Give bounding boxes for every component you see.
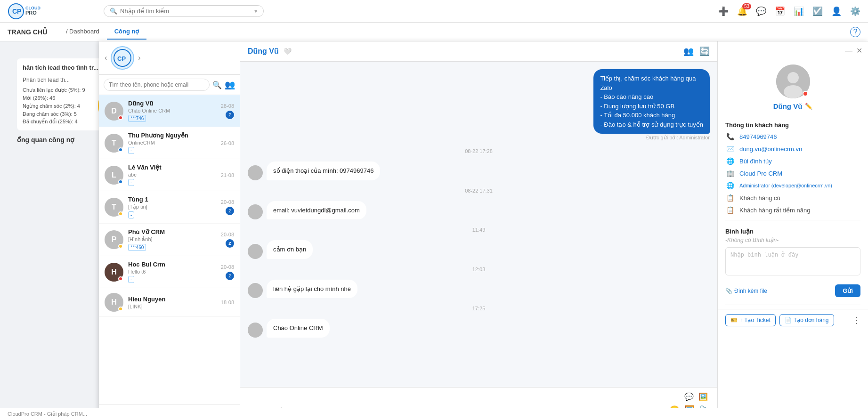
list-item[interactable]: T Thu Phương Nguyễn OnlineCRM - 26-08 — [99, 127, 240, 159]
search-input[interactable] — [120, 8, 254, 15]
status-dot — [118, 147, 123, 152]
msg-avatar — [248, 165, 263, 180]
checklist-icon[interactable]: ☑️ — [812, 6, 823, 16]
contact-tag: - — [128, 179, 134, 186]
msg-row: cảm ơn bạn — [248, 240, 710, 259]
contact-search-btn[interactable]: 🔍 — [212, 81, 222, 89]
group-btn[interactable]: 👥 — [225, 80, 235, 90]
contact-msg: Chào Online CRM — [128, 108, 216, 113]
msg-bubble-left: số điện thoại của mình: 0974969746 — [267, 162, 380, 180]
bottom-actions: 🎫 + Tạo Ticket 📄 Tạo đơn hàng ⋮ — [718, 309, 868, 331]
attach-icon: 📎 — [725, 288, 732, 294]
notification-icon[interactable]: 🔔 53 — [737, 6, 747, 16]
chat-action-icon-2[interactable]: 🖼️ — [698, 392, 708, 401]
contact-time: 20-08 — [221, 264, 234, 270]
contact-name: Hoc Bui Crm — [128, 261, 216, 268]
prev-btn[interactable]: ‹ — [105, 54, 107, 62]
tab-dashboard[interactable]: / Dashboard — [58, 24, 107, 40]
send-btn[interactable]: Gửi — [835, 284, 860, 297]
create-order-btn[interactable]: 📄 Tạo đơn hàng — [779, 314, 834, 326]
contact-time: 28-08 — [221, 103, 234, 109]
type2-value: Khách hàng rất tiềm năng — [739, 207, 810, 214]
create-ticket-btn[interactable]: 🎫 + Tạo Ticket — [725, 314, 776, 326]
divider — [725, 220, 860, 220]
next-btn[interactable]: › — [138, 54, 140, 62]
status-dot — [118, 115, 123, 120]
list-item[interactable]: P Phú Vỡ CRM [Hình ảnh] ***460 20-08 Z — [99, 224, 240, 256]
help-icon[interactable]: ? — [850, 27, 860, 37]
contact-tag: - — [128, 276, 134, 283]
msg-avatar — [248, 204, 263, 219]
attach-btn[interactable]: 📎 Đính kèm file — [725, 288, 767, 294]
list-item[interactable]: L Lê Văn Việt abc - 21-08 — [99, 159, 240, 191]
search-icon: 🔍 — [110, 8, 117, 15]
user-icon[interactable]: 👤 — [831, 6, 842, 16]
chat-icon[interactable]: 💬 — [756, 6, 766, 16]
msg-time: 08-22 17:31 — [248, 188, 710, 194]
footer: CloudPro CRM - Giải pháp CRM... — [0, 408, 868, 420]
avatar-wrap: H — [105, 263, 123, 282]
contact-time: 18-08 — [221, 299, 234, 305]
minimize-btn[interactable]: — — [845, 46, 852, 55]
contact-msg: OnlineCRM — [128, 140, 216, 145]
status-dot — [118, 307, 123, 311]
order-label: Tạo đơn hàng — [794, 317, 829, 323]
msg-time: 08-22 17:28 — [248, 148, 710, 154]
refresh-icon[interactable]: 🔄 — [699, 46, 710, 57]
edit-profile-icon[interactable]: ✏️ — [805, 103, 812, 110]
more-btn[interactable]: ⋮ — [852, 315, 860, 325]
chart-icon[interactable]: 📊 — [794, 6, 804, 16]
chat-user-name: Dũng Vũ — [248, 47, 279, 56]
right-panel-header: — ✕ — [718, 41, 868, 60]
contact-msg: [Tập tin] — [128, 204, 216, 210]
msg-bubble-right: Tiếp thị, chăm sóc khách hàng qua Zalo -… — [593, 69, 710, 134]
tab-conno[interactable]: Công nợ — [107, 24, 147, 40]
contact-tag: - — [128, 211, 134, 218]
contact-tag: ***460 — [128, 244, 146, 251]
add-icon[interactable]: ➕ — [718, 6, 729, 16]
group-chat-icon[interactable]: 👥 — [683, 46, 694, 57]
profile-name: Dũng Vũ ✏️ — [773, 102, 813, 110]
contact-time: 20-08 — [221, 232, 234, 237]
no-comment: -Không có Bình luận- — [725, 237, 860, 243]
comment-input[interactable] — [725, 247, 860, 275]
top-nav: CP CLOUD PRO 🔍 ▾ ➕ 🔔 53 💬 📅 📊 ☑️ 👤 ⚙️ — [0, 0, 868, 23]
calendar-icon[interactable]: 📅 — [775, 6, 785, 16]
contact-right: 20-08 Z — [221, 264, 234, 280]
contact-right: 26-08 — [221, 140, 234, 146]
settings-icon[interactable]: ⚙️ — [850, 6, 860, 16]
close-btn[interactable]: ✕ — [856, 46, 862, 55]
zalo-icon: Z — [226, 207, 234, 215]
msg-row: Chào Online CRM — [248, 319, 710, 338]
list-item[interactable]: H Hoc Bui Crm Hello t6 - 20-08 Z — [99, 256, 240, 288]
contact-msg: Hello t6 — [128, 269, 216, 275]
info-company: 🏢 Cloud Pro CRM — [718, 167, 868, 179]
manager-icon: 🌐 — [725, 182, 735, 189]
info-type1: 📋 Khách hàng cũ — [718, 192, 868, 204]
list-item[interactable]: T Tùng 1 [Tập tin] - 20-08 Z — [99, 191, 240, 224]
avatar-wrap: L — [105, 166, 123, 185]
info-type2: 📋 Khách hàng rất tiềm năng — [718, 204, 868, 216]
right-panel: — ✕ Dũng Vũ ✏️ Thông tin khách hàng 📞 84… — [717, 41, 868, 420]
contact-info: Tùng 1 [Tập tin] - — [128, 196, 216, 218]
contact-tag: - — [128, 147, 134, 154]
label-3: Đang chăm sóc (3%): 5 — [23, 111, 85, 117]
search-bar[interactable]: 🔍 ▾ — [104, 5, 264, 17]
chat-action-icon-1[interactable]: 💬 — [684, 392, 694, 401]
list-item[interactable]: H Hieu Nguyen [LINK] 18-08 — [99, 288, 240, 317]
svg-point-11 — [787, 72, 799, 83]
footer-text: CloudPro CRM - Giải pháp CRM... — [8, 411, 87, 417]
contact-list: D Dũng Vũ Chào Online CRM ***746 28-08 Z — [99, 95, 240, 404]
zalo-icon: Z — [226, 111, 234, 119]
list-item[interactable]: D Dũng Vũ Chào Online CRM ***746 28-08 Z — [99, 95, 240, 127]
msg-row: số điện thoại của mình: 0974969746 — [248, 162, 710, 180]
contact-info: Hieu Nguyen [LINK] — [128, 296, 216, 309]
contact-tag: ***746 — [128, 115, 146, 122]
profile-avatar — [776, 65, 810, 98]
status-dot — [118, 179, 123, 184]
heart-icon: 🤍 — [284, 48, 292, 55]
chat-top-icons: 💬 🖼️ — [248, 392, 710, 401]
msg-sent-by: Được gửi bởi: Administrator — [646, 135, 710, 141]
contact-search-input[interactable] — [104, 79, 210, 91]
type1-value: Khách hàng cũ — [739, 194, 780, 202]
